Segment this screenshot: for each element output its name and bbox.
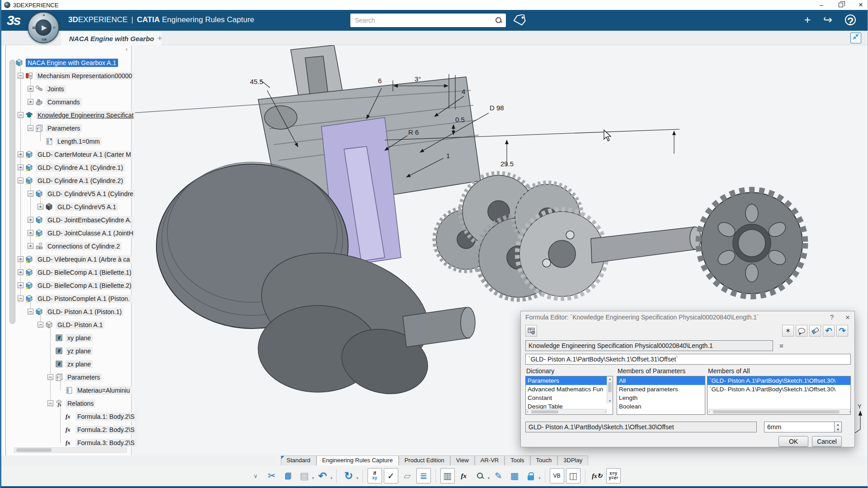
expand-expander-icon[interactable]: + xyxy=(18,256,24,262)
tree-item-label[interactable]: Length.1=0mm xyxy=(56,137,102,145)
relations-browser-icon[interactable]: fx xyxy=(457,468,471,483)
part-white-icon[interactable] xyxy=(45,321,53,328)
knowledge-reuse-icon[interactable]: ▱ xyxy=(400,468,415,483)
tree-item-label[interactable]: GLD- BielleComp A.1 (Biellette.1) xyxy=(36,268,133,277)
tree-item-label[interactable]: xy plane xyxy=(66,334,93,342)
document-tab[interactable]: NACA Engine with Gearbo xyxy=(61,32,161,45)
commands-icon[interactable] xyxy=(35,98,43,106)
expand-expander-icon[interactable]: + xyxy=(18,164,24,170)
collapse-expander-icon[interactable]: − xyxy=(18,73,24,79)
spinner-arrows-icon[interactable]: ▲▼ xyxy=(835,422,842,432)
tree-row[interactable]: +Connections of Cylindre.2 xyxy=(1,239,131,253)
collapse-expander-icon[interactable]: − xyxy=(28,309,33,314)
tree-item-label[interactable]: yz plane xyxy=(66,347,93,355)
tree-item-label[interactable]: Connections of Cylindre.2 xyxy=(46,242,122,250)
rule-editor-icon[interactable]: ifxy xyxy=(368,468,382,483)
panel-collapse-icon[interactable]: ‹ xyxy=(126,46,127,52)
tree-item-label[interactable]: GLD- Vilebrequin A.1 (Arbre à ca xyxy=(36,255,132,263)
knowledge-icon[interactable] xyxy=(25,111,33,119)
dictionary-item[interactable]: Advanced Mathematics Fun xyxy=(526,385,613,394)
design-table-icon[interactable]: ≣ xyxy=(416,468,431,483)
tree-item-label[interactable]: GLD- PistonComplet A.1 (Piston. xyxy=(36,295,132,303)
part-blue-axis-icon[interactable] xyxy=(25,255,33,263)
joints-icon[interactable] xyxy=(35,85,43,93)
3d-compass[interactable]: ⌖ 3D i² ▶ V.R xyxy=(28,12,59,43)
minimize-button[interactable]: – xyxy=(820,0,823,10)
workbench-tab-product-edition[interactable]: Product Edition xyxy=(399,455,450,465)
collapse-expander-icon[interactable]: − xyxy=(18,178,24,183)
tree-hscroll-thumb[interactable] xyxy=(16,448,52,452)
dictionary-vscroll[interactable]: ▴▾ xyxy=(607,376,613,404)
tree-item-label[interactable]: GLD- JointCulasse A.1 (JointH xyxy=(46,229,135,237)
members-of-all-list[interactable]: `GLD- Piston A.1\PartBody\Sketch.1\Offse… xyxy=(707,376,851,415)
tree-row[interactable]: Length.1=0mm xyxy=(1,135,131,148)
tree-item-label[interactable]: GLD- Piston A.1 xyxy=(56,321,104,329)
members-of-parameters-item[interactable]: Boolean xyxy=(617,402,705,411)
tree-row[interactable]: −GLD- PistonComplet A.1 (Piston. xyxy=(1,292,131,305)
ok-button[interactable]: OK xyxy=(778,436,808,447)
members-of-parameters-item[interactable]: Length xyxy=(617,394,705,402)
relations-icon[interactable]: fx xyxy=(55,399,63,407)
vb-macro-icon[interactable]: VB xyxy=(550,468,564,483)
param-length-icon[interactable] xyxy=(45,137,53,145)
tree-row[interactable]: +GLD- JointEmbaseCylindre A. xyxy=(1,213,131,226)
lock-parameters-dropdown-icon[interactable]: ▾ xyxy=(538,476,541,480)
members-of-parameters-item[interactable]: All xyxy=(617,376,705,385)
part-blue-icon[interactable] xyxy=(35,308,43,315)
close-button[interactable]: × xyxy=(859,0,863,10)
cancel-button[interactable]: Cancel xyxy=(812,436,842,447)
tree-item-label[interactable]: Formula.2: Body.2\S xyxy=(75,426,137,434)
collapse-expander-icon[interactable]: − xyxy=(47,374,53,380)
tree-row[interactable]: −GLD- CylindreV5 A.1 (Cylindre xyxy=(1,187,131,200)
tree-row[interactable]: +GLD- JointCulasse A.1 (JointH xyxy=(1,226,131,239)
tree-item-label[interactable]: GLD- Cylindre A.1 (Cylindre.1) xyxy=(36,164,125,172)
tree-item-label[interactable]: zx plane xyxy=(66,360,93,368)
param-sheet-icon[interactable] xyxy=(65,386,73,394)
members-of-parameters-list[interactable]: AllRenamed parametersLengthBoolean xyxy=(617,376,705,415)
part-blue-axis-icon[interactable] xyxy=(35,229,43,237)
workbench-tab-ar-vr[interactable]: AR-VR xyxy=(475,455,505,465)
copy-icon[interactable] xyxy=(281,468,295,483)
dictionary-item[interactable]: Parameters xyxy=(526,376,613,385)
search-input[interactable] xyxy=(350,17,495,24)
workbench-tab-standard[interactable]: Standard xyxy=(281,455,316,465)
connections-icon[interactable] xyxy=(35,242,43,250)
part-blue-axis-icon[interactable] xyxy=(25,177,33,184)
result-path-field[interactable] xyxy=(525,422,757,432)
formula-language-icon[interactable] xyxy=(796,325,807,337)
tree-item-label[interactable]: Parameters xyxy=(46,124,82,132)
workbench-tab-view[interactable]: View xyxy=(450,455,475,465)
expand-expander-icon[interactable]: + xyxy=(28,243,33,249)
workbench-tab-tools[interactable]: Tools xyxy=(505,455,530,465)
target-parameter-field[interactable] xyxy=(525,340,773,351)
formula-icon[interactable]: fx xyxy=(65,413,73,420)
tree-row[interactable]: −Parameters xyxy=(1,371,131,384)
tree-row[interactable]: −Knowledge Engineering Specificat xyxy=(1,108,131,122)
expand-expander-icon[interactable]: + xyxy=(38,204,43,210)
tree-item-label[interactable]: Mechanism Representation00000 xyxy=(36,72,134,80)
equation-set-icon[interactable]: x=yy=eˣ xyxy=(606,468,621,483)
collapse-view-icon[interactable] xyxy=(850,33,861,43)
dictionary-list[interactable]: ParametersAdvanced Mathematics FunConsta… xyxy=(525,376,613,415)
parameters-icon[interactable] xyxy=(35,124,43,132)
parameters-explorer-icon[interactable]: ▥ xyxy=(440,468,455,483)
expand-expander-icon[interactable]: + xyxy=(28,217,33,223)
compass-center[interactable]: ▶ xyxy=(35,19,52,36)
design-table-icon[interactable] xyxy=(525,325,537,337)
tree-item-label[interactable]: GLD- CarterMoteur A.1 (Carter M xyxy=(36,150,133,159)
update-dropdown-icon[interactable]: ▾ xyxy=(356,476,359,480)
paste-dropdown-icon[interactable]: ▾ xyxy=(312,476,314,480)
macro-recorder-icon[interactable]: ◫ xyxy=(566,468,580,483)
collapse-expander-icon[interactable]: − xyxy=(28,191,33,197)
part-dark-icon[interactable] xyxy=(45,203,53,211)
eraser-icon[interactable] xyxy=(809,325,821,337)
lock-parameters-icon[interactable] xyxy=(524,468,538,483)
wizard-icon[interactable]: ✶ xyxy=(782,325,794,337)
tree-item-label[interactable]: NACA Engine with Gearbox A.1 xyxy=(26,59,118,67)
tree-item-label[interactable]: Joints xyxy=(46,85,66,93)
formula-icon[interactable]: fx xyxy=(65,426,73,433)
restore-button[interactable] xyxy=(839,3,843,7)
tree-item-label[interactable]: GLD- Cylindre A.1 (Cylindre.2) xyxy=(36,177,125,185)
tree-row[interactable]: Materiau=Aluminiu xyxy=(1,384,131,397)
value-spinner-input[interactable] xyxy=(764,422,835,432)
